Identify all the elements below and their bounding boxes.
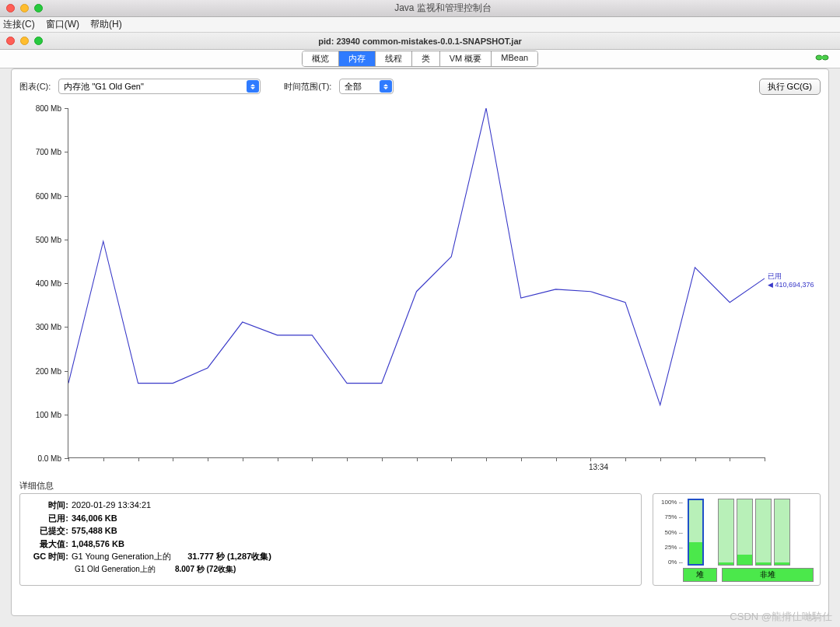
memory-bar[interactable]: [688, 499, 704, 566]
maximize-icon[interactable]: [34, 37, 43, 45]
memory-bar[interactable]: [755, 499, 772, 566]
connection-status-icon: [815, 53, 829, 62]
close-icon[interactable]: [6, 37, 15, 45]
tab-vm[interactable]: VM 概要: [440, 51, 492, 66]
close-icon[interactable]: [6, 4, 15, 12]
time-value: 2020-01-29 13:34:21: [72, 499, 151, 512]
y-tick-label: 700 Mb: [36, 148, 61, 156]
bars-scale-tick: 50% --: [660, 529, 683, 536]
y-tick-label: 600 Mb: [36, 191, 61, 200]
bars-scale-tick: 75% --: [660, 513, 683, 520]
annotation-value: 410,694,376: [775, 281, 814, 289]
tab-mbean[interactable]: MBean: [492, 51, 537, 66]
gc-young-value: 31.777 秒 (1,287收集): [187, 552, 271, 561]
y-tick-label: 800 Mb: [36, 104, 61, 113]
memory-bar[interactable]: [718, 499, 734, 566]
x-tick-label: 13:34: [589, 463, 608, 471]
window-title: Java 监视和管理控制台: [52, 2, 834, 15]
tab-threads[interactable]: 线程: [376, 51, 412, 66]
chart-plot[interactable]: [68, 108, 765, 458]
memory-chart: 0.0 Mb100 Mb200 Mb300 Mb400 Mb500 Mb600 …: [19, 100, 821, 474]
y-tick-label: 300 Mb: [36, 323, 61, 331]
gc-young-label: G1 Young Generation上的: [72, 552, 171, 561]
bars-scale-tick: 0% --: [660, 559, 683, 566]
svg-rect-2: [819, 56, 825, 59]
minimize-icon[interactable]: [20, 37, 29, 45]
tabs: 概览 内存 线程 类 VM 概要 MBean: [302, 51, 538, 67]
chevron-updown-icon: [247, 80, 259, 93]
tab-overview[interactable]: 概览: [303, 51, 339, 66]
window-titlebar: Java 监视和管理控制台: [0, 0, 840, 17]
document-titlebar: pid: 23940 common-mistakes-0.0.1-SNAPSHO…: [0, 33, 840, 50]
gc-key: GC 时间:: [28, 550, 72, 563]
heap-bars[interactable]: [688, 499, 704, 566]
controls-row: 图表(C): 内存池 "G1 Old Gen" 时间范围(T): 全部 执行 G…: [19, 77, 821, 96]
time-range-label: 时间范围(T):: [284, 81, 331, 93]
chart-line-svg: [68, 108, 765, 457]
minimize-icon[interactable]: [20, 4, 29, 12]
bars-scale-tick: 25% --: [660, 544, 683, 551]
committed-key: 已提交:: [28, 524, 72, 538]
details-row: 时间:2020-01-29 13:34:21 已用:346,006 KB 已提交…: [19, 493, 821, 586]
nonheap-label[interactable]: 非堆: [722, 568, 814, 582]
details-header: 详细信息: [19, 480, 821, 492]
used-key: 已用:: [28, 512, 72, 525]
y-tick-label: 0.0 Mb: [37, 454, 61, 463]
time-range-value: 全部: [345, 81, 362, 93]
gc-old-value: 8.007 秒 (72收集): [175, 565, 236, 573]
memory-bar[interactable]: [774, 499, 790, 566]
y-tick-label: 500 Mb: [36, 235, 61, 243]
menubar: 连接(C) 窗口(W) 帮助(H): [0, 17, 840, 33]
tab-classes[interactable]: 类: [412, 51, 440, 66]
document-title: pid: 23940 common-mistakes-0.0.1-SNAPSHO…: [318, 37, 522, 46]
time-range-select[interactable]: 全部: [339, 79, 394, 94]
y-tick-label: 100 Mb: [36, 410, 61, 419]
tab-memory[interactable]: 内存: [339, 51, 376, 66]
chart-select-value: 内存池 "G1 Old Gen": [64, 81, 144, 93]
y-axis: 0.0 Mb100 Mb200 Mb300 Mb400 Mb500 Mb600 …: [19, 100, 65, 458]
menu-help[interactable]: 帮助(H): [90, 18, 122, 31]
bars-scale-tick: 100% --: [660, 499, 683, 506]
chart-label: 图表(C):: [19, 81, 51, 93]
memory-bars-box: 100% --75% --50% --25% --0% -- 堆 非堆: [653, 493, 821, 586]
heap-label[interactable]: 堆: [683, 568, 717, 582]
details-box: 时间:2020-01-29 13:34:21 已用:346,006 KB 已提交…: [19, 493, 642, 586]
nonheap-bars[interactable]: [718, 499, 790, 566]
chevron-updown-icon: [380, 80, 392, 93]
gc-old-label: G1 Old Generation上的: [75, 565, 156, 573]
annotation-arrow-icon: ◀: [768, 281, 773, 289]
chart-select[interactable]: 内存池 "G1 Old Gen": [58, 79, 261, 94]
max-value: 1,048,576 KB: [72, 538, 124, 551]
perform-gc-button[interactable]: 执行 GC(G): [759, 79, 821, 95]
menu-window[interactable]: 窗口(W): [46, 18, 79, 31]
bars-scale: 100% --75% --50% --25% --0% --: [660, 499, 683, 566]
maximize-icon[interactable]: [34, 4, 43, 12]
memory-bar[interactable]: [737, 499, 753, 566]
used-value: 346,006 KB: [72, 512, 117, 525]
chart-annotation: 已用 ◀ 410,694,376: [768, 272, 821, 289]
committed-value: 575,488 KB: [72, 524, 117, 538]
y-tick-label: 200 Mb: [36, 366, 61, 375]
tabs-row: 概览 内存 线程 类 VM 概要 MBean: [0, 50, 840, 68]
max-key: 最大值:: [28, 538, 72, 551]
time-key: 时间:: [28, 499, 72, 512]
document-traffic-lights: [6, 37, 43, 45]
window-traffic-lights: [6, 4, 43, 12]
content-panel: 图表(C): 内存池 "G1 Old Gen" 时间范围(T): 全部 执行 G…: [11, 68, 829, 616]
y-tick-label: 400 Mb: [36, 279, 61, 288]
menu-connect[interactable]: 连接(C): [3, 18, 35, 31]
annotation-label: 已用: [768, 272, 821, 281]
